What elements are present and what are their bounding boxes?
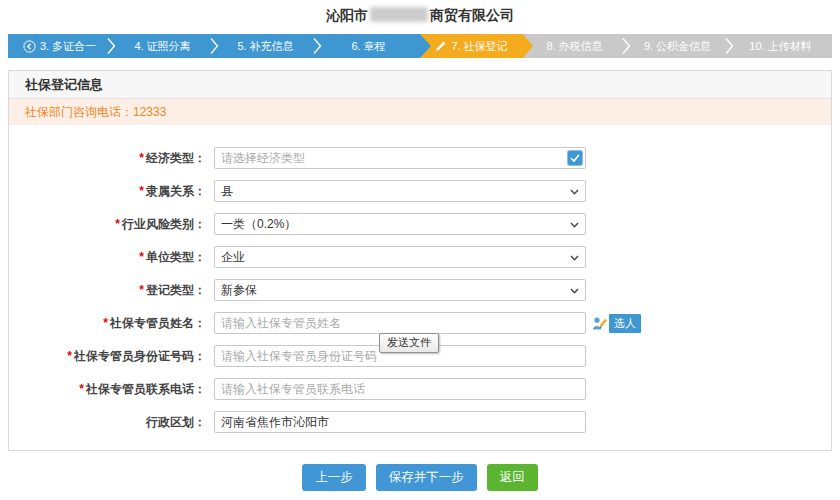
chevron-down-icon: [570, 189, 579, 195]
field-label: *行业风险类别：: [9, 216, 206, 233]
field-control: [214, 411, 586, 433]
field-control: [214, 147, 586, 169]
field-row: *社保专管员姓名： 选人: [9, 312, 831, 334]
return-button[interactable]: 返回: [487, 464, 538, 491]
step-item[interactable]: 8. 办税信息: [523, 34, 626, 58]
admin-division-input[interactable]: [214, 411, 586, 433]
required-asterisk: *: [79, 382, 84, 396]
chevron-separator-icon: [313, 37, 322, 55]
step-item[interactable]: 7. 社保登记: [420, 34, 533, 58]
field-row: *单位类型： 企业: [9, 246, 831, 268]
industry-risk-select[interactable]: 一类（0.2%）: [214, 213, 586, 235]
step-arrow-tail: [420, 34, 431, 58]
field-control: 一类（0.2%）: [214, 213, 586, 235]
required-asterisk: *: [139, 250, 144, 264]
field-control: 新参保: [214, 279, 586, 301]
step-label: 7. 社保登记: [451, 39, 507, 54]
select-person-button[interactable]: 选人: [592, 314, 641, 333]
field-label: *社保专管员联系电话：: [9, 381, 206, 398]
required-asterisk: *: [67, 349, 72, 363]
agent-phone-input[interactable]: [214, 378, 586, 400]
required-asterisk: *: [103, 316, 108, 330]
step-item[interactable]: 9. 公积金信息: [626, 34, 729, 58]
select-value: 一类（0.2%）: [221, 216, 296, 233]
redacted-company-name: [370, 7, 428, 22]
field-control: 选人: [214, 312, 641, 334]
select-value: 新参保: [221, 282, 257, 299]
pencil-icon: [435, 40, 447, 52]
company-name-prefix: 沁阳市: [326, 7, 368, 23]
step-label: 9. 公积金信息: [644, 39, 711, 54]
step-label: 6. 章程: [351, 39, 385, 54]
required-asterisk: *: [139, 184, 144, 198]
field-control: [214, 378, 586, 400]
agent-name-input[interactable]: [214, 312, 586, 334]
field-row: *社保专管员联系电话：: [9, 378, 831, 400]
step-label: 8. 办税信息: [546, 39, 602, 54]
step-label: 5. 补充信息: [237, 39, 293, 54]
chevron-separator-icon: [210, 37, 219, 55]
step-item[interactable]: 3. 多证合一: [8, 34, 111, 58]
section-title: 社保登记信息: [9, 71, 831, 99]
field-row: *登记类型： 新参保: [9, 279, 831, 301]
field-label: *登记类型：: [9, 282, 206, 299]
save-next-button[interactable]: 保存并下一步: [376, 464, 477, 491]
required-asterisk: *: [139, 283, 144, 297]
step-label: 4. 证照分离: [134, 39, 190, 54]
field-row: *行业风险类别： 一类（0.2%）: [9, 213, 831, 235]
unit-type-select[interactable]: 企业: [214, 246, 586, 268]
registration-type-select[interactable]: 新参保: [214, 279, 586, 301]
field-row: *隶属关系： 县: [9, 180, 831, 202]
field-row: *经济类型：: [9, 147, 831, 169]
step-item[interactable]: 6. 章程: [317, 34, 420, 58]
notice-bar: 社保部门咨询电话：12333: [9, 99, 831, 125]
select-value: 县: [221, 183, 233, 200]
field-label: *单位类型：: [9, 249, 206, 266]
field-control: 企业: [214, 246, 586, 268]
page-title: 沁阳市商贸有限公司: [0, 0, 840, 30]
step-item[interactable]: 10. 上传材料: [729, 34, 832, 58]
select-value: 企业: [221, 249, 245, 266]
company-name-suffix: 商贸有限公司: [430, 7, 514, 23]
field-row: 行政区划：: [9, 411, 831, 433]
field-label: *经济类型：: [9, 150, 206, 167]
select-picker-icon[interactable]: [567, 150, 583, 166]
field-label: *社保专管员身份证号码：: [9, 348, 206, 365]
field-control: 县: [214, 180, 586, 202]
step-label: 10. 上传材料: [749, 39, 811, 54]
back-circle-icon[interactable]: [23, 40, 36, 53]
chevron-separator-icon: [107, 37, 116, 55]
required-asterisk: *: [115, 217, 120, 231]
chevron-down-icon: [570, 255, 579, 261]
person-pencil-icon: [592, 316, 608, 331]
step-item[interactable]: 4. 证照分离: [111, 34, 214, 58]
chevron-separator-icon: [622, 37, 631, 55]
chevron-separator-icon: [725, 37, 734, 55]
economic-type-input[interactable]: [214, 147, 586, 169]
field-label: *社保专管员姓名：: [9, 315, 206, 332]
steps-bar: 3. 多证合一 4. 证照分离 5. 补充信息 6. 章程 7. 社保登记: [8, 34, 832, 58]
form-rows: *经济类型： *隶属关系： 县 *行业风险类别： 一类（0.2%） *单位类型：…: [9, 125, 831, 450]
drag-tooltip: 发送文件: [379, 333, 439, 353]
field-label: *隶属关系：: [9, 183, 206, 200]
chevron-down-icon: [570, 288, 579, 294]
field-label: 行政区划：: [9, 414, 206, 431]
required-asterisk: *: [139, 151, 144, 165]
chevron-down-icon: [570, 222, 579, 228]
step-label: 3. 多证合一: [40, 39, 96, 54]
social-insurance-panel: 社保登记信息 社保部门咨询电话：12333 *经济类型： *隶属关系： 县 *行…: [8, 70, 832, 451]
affiliation-select[interactable]: 县: [214, 180, 586, 202]
step-item[interactable]: 5. 补充信息: [214, 34, 317, 58]
prev-step-button[interactable]: 上一步: [302, 464, 366, 491]
bottom-button-bar: 上一步保存并下一步返回: [0, 464, 840, 491]
